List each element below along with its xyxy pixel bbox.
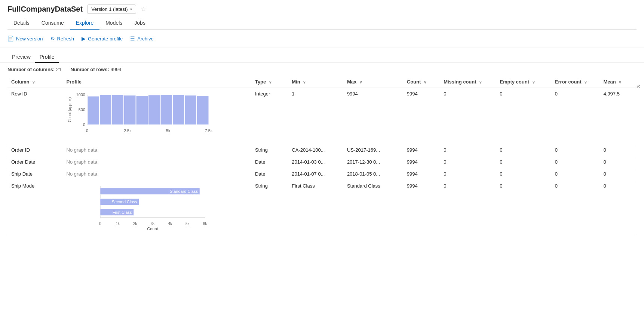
cell-empty-count: 0 (496, 156, 551, 168)
no-graph-text: No graph data. (67, 146, 99, 153)
col-header-profile-label: Profile (67, 79, 82, 85)
svg-text:Standard Class: Standard Class (169, 189, 198, 194)
cell-error-count: 0 (551, 168, 600, 180)
cell-type: String (251, 180, 288, 236)
col-header-error[interactable]: Error count ∨ (551, 76, 600, 88)
col-header-profile: Profile (63, 76, 251, 88)
collapse-panel-icon[interactable]: « (637, 82, 640, 90)
cell-missing-count: 0 (440, 180, 496, 236)
svg-rect-10 (185, 95, 197, 125)
subtabs: Preview Profile (0, 48, 644, 63)
cell-missing-count: 0 (440, 156, 496, 168)
col-header-column[interactable]: Column ∨ (7, 76, 63, 88)
svg-rect-9 (172, 95, 184, 125)
cell-mean: 0 (600, 156, 637, 168)
col-header-min[interactable]: Min ∨ (288, 76, 343, 88)
min-sort-icon: ∨ (303, 80, 306, 84)
cell-mean: 4,997.5 (600, 88, 637, 144)
favorite-icon[interactable]: ☆ (141, 6, 146, 13)
svg-text:7.5k: 7.5k (205, 128, 212, 133)
cell-profile: 02.5k5k7.5k05001000Count (approx) (63, 88, 251, 144)
generate-profile-label: Generate profile (88, 36, 123, 42)
refresh-button[interactable]: ↻ Refresh (50, 34, 74, 43)
cell-mean: 0 (600, 168, 637, 180)
cell-mean: 0 (600, 180, 637, 236)
tab-jobs[interactable]: Jobs (128, 17, 151, 30)
svg-text:5k: 5k (166, 128, 170, 133)
col-header-count[interactable]: Count ∨ (403, 76, 440, 88)
svg-text:5k: 5k (185, 222, 190, 226)
no-graph-text: No graph data. (67, 158, 99, 165)
cell-count: 9994 (403, 144, 440, 156)
cell-profile: No graph data. (63, 144, 251, 156)
svg-rect-4 (112, 95, 124, 125)
archive-label: Archive (137, 36, 153, 42)
no-graph-text: No graph data. (67, 170, 99, 177)
cell-column-name: Ship Mode (7, 180, 63, 236)
tab-explore[interactable]: Explore (70, 17, 99, 30)
version-label: Version 1 (latest) (91, 6, 128, 12)
svg-rect-5 (124, 95, 136, 125)
col-header-error-label: Error count (555, 79, 582, 85)
svg-text:First Class: First Class (112, 210, 132, 215)
cell-error-count: 0 (551, 144, 600, 156)
cell-error-count: 0 (551, 88, 600, 144)
cell-min: 2014-01-07 0... (288, 168, 343, 180)
col-header-missing[interactable]: Missing count ∨ (440, 76, 496, 88)
new-version-button[interactable]: 📄 New version (7, 34, 43, 43)
cell-type: Date (251, 168, 288, 180)
cell-empty-count: 0 (496, 180, 551, 236)
subtab-profile[interactable]: Profile (35, 52, 59, 63)
col-header-missing-label: Missing count (444, 79, 476, 85)
generate-profile-button[interactable]: ▶ Generate profile (82, 34, 123, 43)
table-row: Row ID 02.5k5k7.5k05001000Count (approx)… (7, 88, 637, 144)
missing-sort-icon: ∨ (479, 80, 482, 84)
cell-min: CA-2014-100... (288, 144, 343, 156)
col-header-empty[interactable]: Empty count ∨ (496, 76, 551, 88)
version-dropdown[interactable]: Version 1 (latest) ▾ (87, 4, 136, 14)
cell-max: US-2017-169... (343, 144, 403, 156)
subtab-preview[interactable]: Preview (7, 52, 35, 63)
table-row: Ship DateNo graph data.Date2014-01-07 0.… (7, 168, 637, 180)
tab-consume[interactable]: Consume (36, 17, 70, 30)
refresh-icon: ↻ (50, 36, 55, 42)
svg-text:0: 0 (86, 128, 88, 133)
svg-rect-11 (197, 95, 209, 125)
col-header-max[interactable]: Max ∨ (343, 76, 403, 88)
num-columns-value: 21 (56, 67, 61, 72)
cell-min: First Class (288, 180, 343, 236)
num-rows-label: Number of rows: (71, 67, 109, 72)
table-row: Ship Mode Standard ClassSecond ClassFirs… (7, 180, 637, 236)
col-header-type[interactable]: Type ∨ (251, 76, 288, 88)
cell-missing-count: 0 (440, 144, 496, 156)
svg-text:Second Class: Second Class (111, 200, 137, 204)
tab-details[interactable]: Details (7, 17, 36, 30)
svg-text:1000: 1000 (76, 92, 85, 97)
col-header-mean[interactable]: Mean ∨ (600, 76, 637, 88)
archive-button[interactable]: ☰ Archive (130, 34, 153, 43)
generate-profile-icon: ▶ (82, 36, 86, 42)
cell-error-count: 0 (551, 180, 600, 236)
num-rows: Number of rows: 9994 (71, 67, 122, 72)
cell-column-name: Order ID (7, 144, 63, 156)
cell-profile: No graph data. (63, 168, 251, 180)
cell-profile: No graph data. (63, 156, 251, 168)
table-row: Order DateNo graph data.Date2014-01-03 0… (7, 156, 637, 168)
archive-icon: ☰ (130, 36, 135, 42)
tab-models[interactable]: Models (99, 17, 128, 30)
cell-count: 9994 (403, 180, 440, 236)
main-nav: Details Consume Explore Models Jobs (7, 17, 637, 30)
column-sort-icon: ∨ (32, 80, 35, 84)
col-header-mean-label: Mean (604, 79, 616, 85)
svg-text:3k: 3k (150, 222, 155, 226)
svg-rect-6 (136, 95, 148, 125)
col-header-count-label: Count (407, 79, 421, 85)
svg-text:1k: 1k (116, 222, 120, 226)
cell-column-name: Order Date (7, 156, 63, 168)
cell-min: 2014-01-03 0... (288, 156, 343, 168)
cell-type: Integer (251, 88, 288, 144)
svg-text:500: 500 (78, 107, 85, 112)
num-rows-value: 9994 (110, 67, 121, 72)
cell-min: 1 (288, 88, 343, 144)
col-header-type-label: Type (255, 79, 266, 85)
